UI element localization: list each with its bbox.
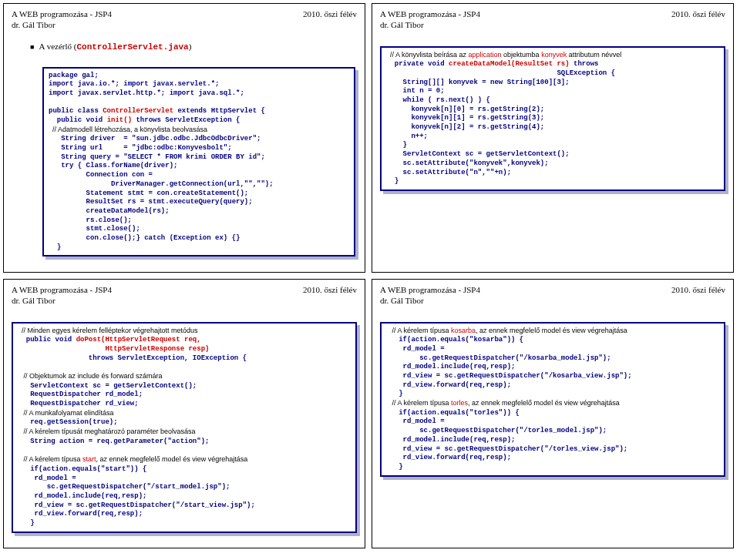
slide-header: A WEB programozása - JSP4 dr. Gál Tibor … bbox=[12, 8, 357, 31]
slide-header: A WEB programozása - JSP4 dr. Gál Tibor … bbox=[380, 284, 725, 307]
course-title: A WEB programozása - JSP4 bbox=[380, 285, 480, 294]
author: dr. Gál Tibor bbox=[380, 20, 424, 29]
course-title: A WEB programozása - JSP4 bbox=[380, 9, 480, 18]
slide-1: A WEB programozása - JSP4 dr. Gál Tibor … bbox=[3, 3, 365, 273]
slide-header: A WEB programozása - JSP4 dr. Gál Tibor … bbox=[380, 8, 725, 31]
header-left: A WEB programozása - JSP4 dr. Gál Tibor bbox=[12, 8, 112, 31]
slide-header: A WEB programozása - JSP4 dr. Gál Tibor … bbox=[12, 284, 357, 307]
bullet-icon: ■ bbox=[30, 43, 34, 51]
bullet-text-post: ) bbox=[189, 42, 192, 51]
slide1-bullet: ■ A vezérlő (ControllerServlet.java) bbox=[30, 42, 357, 52]
header-left: A WEB programozása - JSP4 dr. Gál Tibor bbox=[380, 284, 480, 307]
slide-3: A WEB programozása - JSP4 dr. Gál Tibor … bbox=[3, 279, 365, 548]
slide4-code: // A kérelem típusa kosarba, az ennek me… bbox=[380, 322, 725, 477]
term: 2010. őszi félév bbox=[671, 284, 725, 295]
slide2-code: // A könyvlista beírása az application o… bbox=[380, 46, 725, 191]
term: 2010. őszi félév bbox=[303, 284, 357, 295]
slide3-code: // Minden egyes kérelem felléptekor végr… bbox=[12, 322, 357, 533]
author: dr. Gál Tibor bbox=[380, 296, 424, 305]
course-title: A WEB programozása - JSP4 bbox=[12, 285, 112, 294]
slide-4: A WEB programozása - JSP4 dr. Gál Tibor … bbox=[372, 279, 734, 548]
bullet-code: ControllerServlet.java bbox=[76, 42, 188, 52]
course-title: A WEB programozása - JSP4 bbox=[12, 9, 112, 18]
author: dr. Gál Tibor bbox=[12, 296, 56, 305]
header-left: A WEB programozása - JSP4 dr. Gál Tibor bbox=[12, 284, 112, 307]
bullet-text-pre: A vezérlő ( bbox=[39, 42, 77, 51]
header-left: A WEB programozása - JSP4 dr. Gál Tibor bbox=[380, 8, 480, 31]
author: dr. Gál Tibor bbox=[12, 20, 56, 29]
term: 2010. őszi félév bbox=[303, 8, 357, 19]
slide-2: A WEB programozása - JSP4 dr. Gál Tibor … bbox=[372, 3, 734, 273]
term: 2010. őszi félév bbox=[671, 8, 725, 19]
slide1-code: package gal; import java.io.*; import ja… bbox=[42, 67, 355, 257]
